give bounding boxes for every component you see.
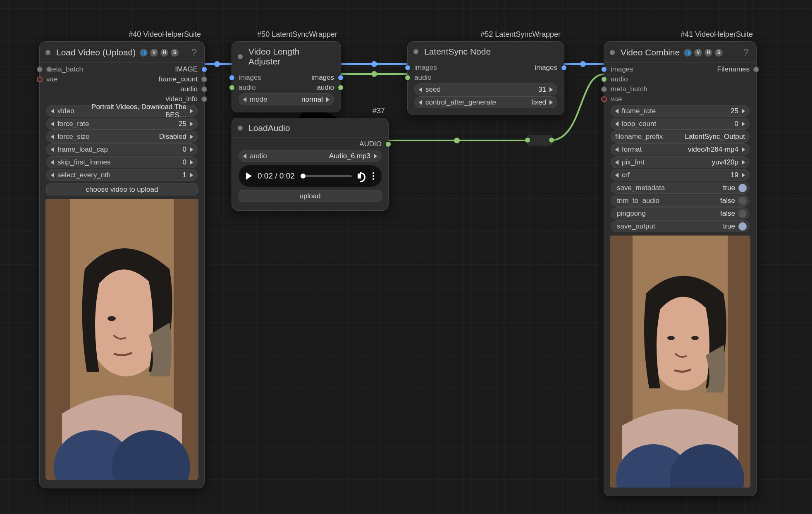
port-images[interactable]: images [535,64,557,71]
port-filenames[interactable]: Filenames [717,65,750,73]
arrow-left-icon[interactable] [243,97,246,102]
widget-pix-fmt[interactable]: pix_fmtyuv420p [611,156,750,168]
arrow-left-icon[interactable] [615,173,619,178]
arrow-right-icon[interactable] [326,97,330,102]
arrow-left-icon[interactable] [419,87,422,92]
toggle-pingpong[interactable]: pingpongfalse [611,207,750,219]
widget-select-every-nth[interactable]: select_every_nth1 [46,169,198,181]
arrow-left-icon[interactable] [615,147,619,152]
node-load-video[interactable]: #40 VideoHelperSuite Load Video (Upload)… [39,41,205,488]
audio-seek-bar[interactable] [301,175,352,177]
port-video-info[interactable]: video_info [165,95,198,103]
node-title-bar[interactable]: LoadAudio [232,118,388,138]
arrow-right-icon[interactable] [549,100,553,105]
widget-audio-file[interactable]: audioAudio_6.mp3 [239,150,382,162]
toggle-save-output[interactable]: save_outputtrue [611,220,750,232]
widget-video[interactable]: videoPortrait Videos, Download The BES… [46,105,198,117]
toggle-dot[interactable] [738,209,747,218]
toggle-dot[interactable] [738,184,747,192]
port-audio[interactable]: audio [239,83,256,91]
port-images[interactable]: images [611,65,633,73]
arrow-left-icon[interactable] [51,134,54,139]
arrow-right-icon[interactable] [742,121,745,126]
toggle-save-metadata[interactable]: save_metadatatrue [611,182,750,194]
audio-player[interactable]: 0:02 / 0:02 [239,165,382,187]
toggle-dot[interactable] [738,197,747,205]
widget-filename-prefix[interactable]: filename_prefixLatentSync_Output [611,131,750,143]
port-image[interactable]: IMAGE [175,65,198,73]
toggle-dot[interactable] [738,222,747,231]
port-audio[interactable]: audio [414,74,432,81]
collapse-dot[interactable] [238,54,243,59]
arrow-left-icon[interactable] [51,121,54,126]
node-load-audio[interactable]: #37 LoadAudio AUDIO audioAudio_6.mp3 0:0… [232,118,389,211]
play-icon[interactable] [246,172,252,180]
arrow-right-icon[interactable] [742,173,745,178]
node-video-combine[interactable]: #41 VideoHelperSuite Video Combine 👥 V H… [604,41,757,496]
widget-skip-first-frames[interactable]: skip_first_frames0 [46,156,198,168]
widget-force-size[interactable]: force_sizeDisabled [46,131,198,143]
widget-frame-rate[interactable]: frame_rate25 [611,105,750,117]
arrow-left-icon[interactable] [615,121,619,126]
volume-icon[interactable] [358,171,367,181]
arrow-right-icon[interactable] [374,154,377,159]
collapse-dot[interactable] [45,50,50,55]
widget-frame-load-cap[interactable]: frame_load_cap0 [46,143,198,155]
arrow-right-icon[interactable] [190,121,193,126]
output-preview[interactable] [610,236,750,488]
arrow-right-icon[interactable] [190,134,193,139]
arrow-left-icon[interactable] [615,160,619,165]
arrow-left-icon[interactable] [51,173,54,178]
toggle-trim-to-audio[interactable]: trim_to_audiofalse [611,195,750,207]
arrow-right-icon[interactable] [742,160,745,165]
collapse-dot[interactable] [610,50,615,55]
port-audio[interactable]: audio [180,85,198,93]
node-title-bar[interactable]: Video Combine 👥 V H S ? [604,42,756,63]
widget-loop-count[interactable]: loop_count0 [611,118,750,130]
port-vae[interactable]: vae [611,95,622,103]
more-icon[interactable] [373,172,374,180]
port-meta-batch[interactable]: meta_batch [611,85,647,93]
arrow-right-icon[interactable] [190,147,193,152]
help-icon[interactable]: ? [743,47,749,58]
port-images[interactable]: images [414,64,437,71]
node-title-bar[interactable]: Video Length Adjuster [232,42,341,71]
widget-force-rate[interactable]: force_rate25 [46,118,198,130]
choose-video-button[interactable]: choose video to upload [46,183,198,195]
widget-control-after-generate[interactable]: control_after_generatefixed [414,96,557,108]
arrow-right-icon[interactable] [742,147,745,152]
arrow-left-icon[interactable] [51,160,54,165]
port-images[interactable]: images [239,74,261,81]
arrow-left-icon[interactable] [615,109,619,114]
arrow-right-icon[interactable] [742,109,745,114]
badge-icon: S [171,49,179,57]
port-audio-out[interactable]: AUDIO [359,140,382,148]
arrow-right-icon[interactable] [190,173,193,178]
arrow-left-icon[interactable] [419,100,422,105]
widget-mode[interactable]: modenormal [239,93,334,105]
node-latentsync[interactable]: #52 LatentSyncWrapper LatentSync Node im… [407,41,564,115]
widget-format[interactable]: formatvideo/h264-mp4 [611,143,750,155]
widget-seed[interactable]: seed31 [414,83,557,95]
node-title-bar[interactable]: Load Video (Upload) 👥 V H S ? [40,42,204,63]
node-title-bar[interactable]: LatentSync Node [408,42,564,61]
port-frame-count[interactable]: frame_count [159,75,198,83]
arrow-right-icon[interactable] [190,109,193,114]
node-video-length-adjuster[interactable]: #50 LatentSyncWrapper Video Length Adjus… [232,41,341,112]
arrow-left-icon[interactable] [51,147,54,152]
video-preview[interactable] [45,199,198,480]
widget-crf[interactable]: crf19 [611,169,750,181]
port-audio[interactable]: audio [317,83,334,91]
port-images[interactable]: images [311,74,334,81]
arrow-left-icon[interactable] [51,109,54,114]
collapse-dot[interactable] [413,49,418,54]
reroute-node[interactable] [527,135,552,145]
help-icon[interactable]: ? [191,47,197,58]
port-audio[interactable]: audio [611,75,628,83]
upload-audio-button[interactable]: upload [239,190,382,202]
arrow-right-icon[interactable] [549,87,553,92]
arrow-right-icon[interactable] [190,160,193,165]
port-vae[interactable]: vae [46,75,57,83]
collapse-dot[interactable] [238,126,243,131]
arrow-left-icon[interactable] [243,154,246,159]
